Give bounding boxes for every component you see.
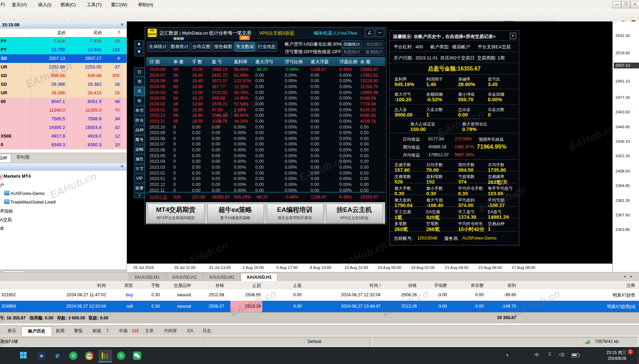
period-button-观摩[interactable]: 观摩 [134, 184, 145, 193]
menu-item-1[interactable]: 显示(V) [12, 2, 27, 8]
history-row[interactable]: 3216522024.08.27 11:47:02buy0.30xauusd25… [0, 289, 639, 301]
column-header-spread[interactable]: ! [114, 30, 120, 35]
stats-col-0[interactable]: 日 期 [149, 59, 160, 65]
history-col-4[interactable]: 价格 [183, 283, 224, 289]
period-button-月[interactable]: 月 [134, 87, 145, 96]
market-watch-close-icon[interactable]: ✕ [120, 22, 124, 27]
column-header-ask[interactable]: 买价 [88, 30, 102, 36]
tab-scroll-left-icon[interactable]: ◄ [623, 274, 626, 278]
terminal-tab-文章[interactable]: 文章 [142, 327, 157, 336]
market-watch-row[interactable]: X50E4917.84919.012 [0, 132, 127, 141]
stats-col-2[interactable]: 手 数 [192, 59, 202, 65]
terminal-tab-EA[interactable]: EA [184, 327, 197, 336]
market-watch-row[interactable]: 11348.011355.070 [0, 106, 127, 115]
terminal-tab-日志[interactable]: 日志 [199, 327, 214, 336]
taskbar-app-green-2[interactable]: G [114, 350, 128, 362]
period-button-品种[interactable]: 品种 [134, 125, 145, 134]
terminal-tab-邮箱[interactable]: 邮箱7 [89, 327, 111, 336]
market-watch-row[interactable]: 19300.219303.432 [0, 123, 127, 132]
navigator-item[interactable]: 帐户 [0, 181, 127, 189]
period-more-button[interactable]: ∨ [134, 193, 145, 198]
terminal-tab-代码库[interactable]: 代码库 [160, 327, 181, 336]
summary-close-icon[interactable]: ✕ [510, 33, 516, 39]
terminal-tab-警报[interactable]: 警报 [71, 327, 86, 336]
navigator-item[interactable]: EA交易 [0, 215, 127, 224]
period-button-属性[interactable]: 属性 [134, 155, 145, 164]
market-watch-row[interactable]: SD936.88939.88300 [0, 72, 127, 80]
period-button-持仓[interactable]: 持仓 [134, 116, 145, 125]
terminal-tab-展示[interactable]: 展示 [3, 327, 20, 336]
volume-icon[interactable]: ◁)) [558, 352, 564, 357]
history-col-12[interactable]: 注释 [594, 283, 635, 289]
stats-resize-button[interactable]: ∠ [365, 29, 374, 37]
stats-col-9[interactable]: 余 额 [360, 59, 371, 65]
stats-contact[interactable]: 喊单机器人V:ea70ea [314, 30, 357, 36]
clock-time[interactable]: 23:15 周三 [588, 350, 626, 356]
navigator-item[interactable]: TradeMaxGlobal-Live9 [0, 198, 127, 206]
column-header-bid[interactable]: 卖价 [52, 30, 66, 36]
navigator-item[interactable]: ▮Markets MT4 [0, 172, 127, 180]
ad-banner-3[interactable]: 挂EA云主机VPS云主机5折起 [326, 204, 383, 223]
history-col-9[interactable]: 手续费 [405, 283, 447, 289]
stats-col-7[interactable]: 最大浮盈 [311, 59, 329, 65]
menu-item-6[interactable]: 帮助(H) [138, 2, 153, 8]
tab-tick-chart[interactable]: 即时图 [12, 155, 34, 160]
start-button-icon[interactable] [20, 352, 27, 359]
close-button[interactable]: ✕ [630, 1, 639, 8]
market-watch-row[interactable]: SD2507.132507.174 [0, 54, 127, 63]
tab-scroll-right-icon[interactable]: ► [630, 274, 633, 278]
taskbar-wechat-icon[interactable] [130, 350, 144, 362]
input-method-icon[interactable]: 中 [535, 352, 539, 358]
stats-tab-3[interactable]: 报告截图 [213, 42, 234, 52]
restore-button[interactable]: ❐ [621, 1, 630, 8]
navigator-close-icon[interactable]: ✕ [120, 164, 124, 169]
period-button-单币[interactable]: 单币 [134, 106, 145, 115]
history-col-6[interactable]: 止盈 [260, 283, 302, 289]
market-watch-row[interactable]: 008047.18051.948 [0, 97, 127, 106]
stats-minimize-button[interactable]: − [375, 29, 384, 37]
market-watch-row[interactable]: 7585.57588.934 [0, 115, 127, 123]
navigator-item[interactable]: 技术指标 [0, 207, 127, 215]
taskbar-app-green-1[interactable]: G [66, 350, 80, 362]
ad-banner-1[interactable]: 超牛ea策略量子纠缠盈利策略 [207, 204, 264, 223]
stats-tab-2[interactable]: 分布点图 [191, 42, 212, 52]
taskbar-chrome-icon[interactable] [82, 350, 96, 362]
scroll-down-button[interactable]: ▼ [135, 49, 144, 56]
navigator-item[interactable]: 脚本 [0, 224, 127, 232]
wifi-icon[interactable]: ︵• [547, 351, 552, 356]
status-profile-box[interactable]: Default [304, 337, 372, 346]
terminal-tab-账户历史[interactable]: 账户历史 [21, 327, 52, 336]
history-col-5[interactable]: 止损 [219, 283, 261, 289]
tab-symbols[interactable]: 交易品种 [0, 154, 11, 162]
side-button-1[interactable]: 仓位统计 [364, 40, 384, 48]
market-watch-row[interactable]: 08349.38350.310 [0, 141, 127, 149]
stats-tab-5[interactable]: 行业信息 [256, 42, 277, 52]
navigator-item[interactable]: AUSForex-Demo [0, 189, 127, 198]
taskbar-app-1[interactable]: ◆ [35, 350, 48, 362]
stats-col-6[interactable]: 浮亏比例 [285, 59, 303, 65]
history-col-7[interactable]: 时间 / [339, 283, 381, 289]
stats-tab-1[interactable]: 图表统计 [169, 42, 190, 52]
battery-icon[interactable] [572, 353, 579, 357]
taskbar-edge-icon[interactable]: e [51, 350, 64, 362]
terminal-tab-新闻[interactable]: 新闻 [53, 327, 68, 336]
menu-item-3[interactable]: 图表(C) [61, 2, 76, 8]
terminal-tab-市场[interactable]: 市场115 [114, 327, 139, 336]
period-button-日[interactable]: 日 [134, 67, 145, 76]
scroll-up-button[interactable]: ▲ [135, 40, 144, 48]
tray-expand-icon[interactable]: ∧ [506, 353, 509, 357]
stats-col-4[interactable]: 盈利率 [234, 59, 247, 65]
stats-col-1[interactable]: 单 量 [173, 59, 184, 65]
history-row[interactable]: 3249932024.08.27 12:32:04sell0.30xauusd2… [0, 301, 639, 312]
period-button-魔号[interactable]: 魔号 [134, 135, 145, 144]
stats-tab-0[interactable]: 全局统计 [147, 42, 168, 52]
market-watch-row[interactable]: UR2252.682253.0537 [0, 63, 127, 72]
stats-tab-4[interactable]: 专业数据 [235, 42, 255, 52]
market-watch-row[interactable]: SD29.36629.38216 [0, 80, 127, 89]
stats-col-8[interactable]: 浮盈比例 [339, 59, 357, 65]
menu-item-2[interactable]: 插入(I) [38, 2, 51, 8]
menu-item-4[interactable]: 工具(T) [87, 2, 102, 8]
market-watch-row[interactable]: PY13.75913.942183 [0, 46, 127, 54]
history-col-11[interactable]: 获利 [475, 283, 516, 289]
period-button-年[interactable]: 年 [134, 96, 145, 105]
